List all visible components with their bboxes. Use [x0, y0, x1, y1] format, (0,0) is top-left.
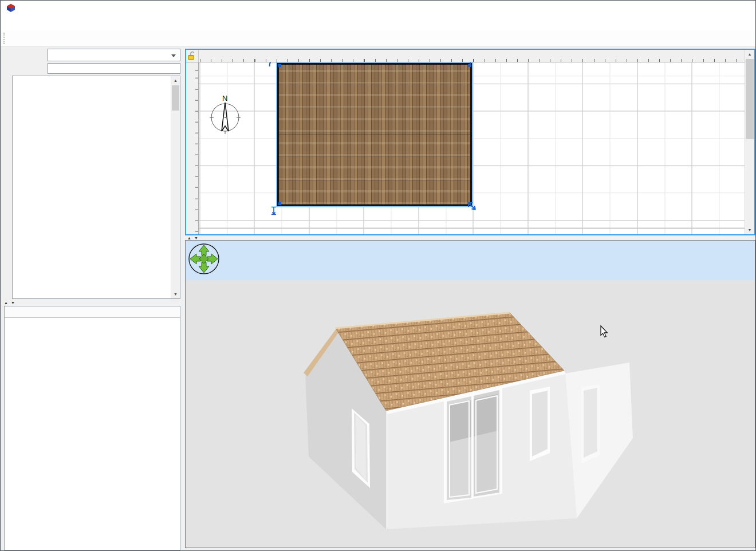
furniture-catalog: ▲ ▼ [12, 76, 180, 299]
furniture-list [4, 306, 180, 550]
toolbar [1, 30, 755, 46]
rotate-handle-icon[interactable] [267, 62, 279, 68]
app-window: ▲ ▼ ▲ ▼ [0, 0, 756, 551]
nav-center-diamond[interactable] [199, 254, 208, 263]
scroll-up-arrow[interactable]: ▲ [745, 50, 754, 58]
close-button[interactable] [729, 1, 755, 18]
vertical-ruler [186, 62, 199, 234]
horizontal-ruler [199, 50, 745, 62]
view-3d[interactable] [185, 240, 755, 548]
window-controls [676, 1, 755, 18]
splitter-up-icon[interactable]: ▲ [187, 236, 191, 240]
catalog-list-splitter[interactable]: ▲ ▼ [4, 299, 180, 306]
title-bar [1, 1, 755, 18]
splitter-down-icon[interactable]: ▼ [194, 236, 198, 240]
category-select[interactable] [48, 49, 180, 61]
toolbar-drag-handle[interactable] [3, 33, 5, 44]
resize-handle-icon[interactable] [467, 201, 477, 211]
roof-object[interactable] [277, 63, 472, 206]
plan-view[interactable]: N [185, 49, 755, 235]
house-3d-render [186, 241, 755, 548]
menu-bar [1, 18, 755, 30]
plan-canvas[interactable]: N [199, 62, 745, 234]
chevron-down-icon [171, 54, 176, 57]
compass-north-label: N [222, 94, 227, 103]
unlock-icon [186, 50, 198, 61]
compass[interactable]: N [209, 92, 241, 135]
scroll-down-arrow[interactable]: ▼ [171, 290, 180, 298]
search-input[interactable] [48, 63, 180, 74]
height-handle-icon[interactable] [270, 206, 278, 216]
maximize-button[interactable] [703, 1, 729, 18]
roof-ridge-line [279, 135, 470, 135]
plan-3d-splitter[interactable]: ▲ ▼ [185, 235, 755, 240]
splitter-down-icon[interactable]: ▼ [11, 301, 15, 305]
scroll-down-arrow[interactable]: ▼ [745, 226, 754, 234]
mouse-cursor [601, 326, 607, 337]
main-area: ▲ ▼ ▲ ▼ [1, 46, 755, 550]
3d-navigation-widget[interactable] [187, 242, 220, 276]
selection-dot[interactable] [278, 202, 281, 205]
scroll-up-arrow[interactable]: ▲ [171, 76, 180, 85]
ruler-corner [186, 50, 199, 62]
furniture-panel: ▲ ▼ ▲ ▼ [1, 46, 183, 550]
plan-scrollbar[interactable]: ▲ ▼ [745, 50, 754, 234]
app-logo-icon [6, 3, 15, 15]
elevation-handle-icon[interactable] [466, 62, 474, 67]
catalog-scrollbar[interactable]: ▲ ▼ [171, 76, 180, 298]
scrollbar-thumb[interactable] [172, 85, 179, 111]
splitter-up-icon[interactable]: ▲ [4, 301, 8, 305]
furniture-list-header [5, 306, 180, 318]
scrollbar-thumb[interactable] [746, 59, 754, 139]
minimize-button[interactable] [676, 1, 703, 18]
